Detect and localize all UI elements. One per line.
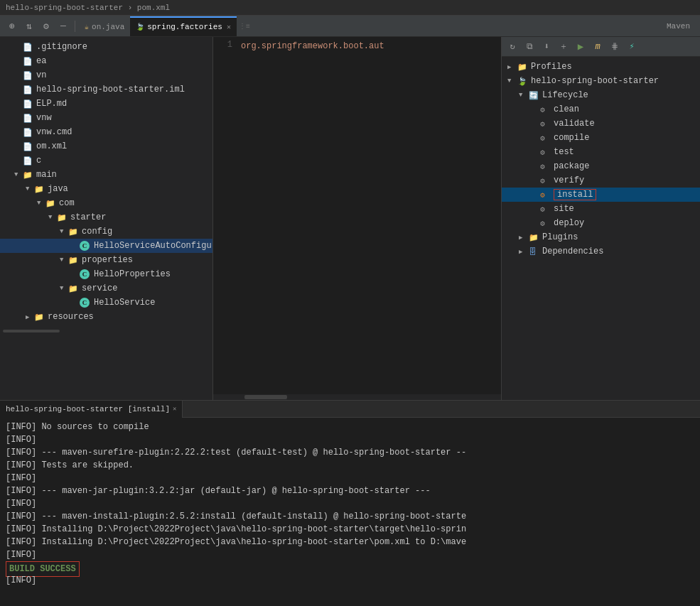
arrow-plugins: ▶ (519, 234, 529, 242)
maven-btn-refresh[interactable]: ↻ (505, 39, 520, 55)
horizontal-scrollbar[interactable] (3, 330, 60, 332)
maven-item-validate[interactable]: ⚙ validate (502, 117, 700, 131)
label-c: c (36, 156, 41, 166)
icon-properties: 📁 (68, 256, 80, 265)
maven-item-install[interactable]: ⚙ install (502, 188, 700, 202)
tree-item-vnwcmd[interactable]: 📄 vnw.cmd (0, 125, 212, 139)
tab-close-spring-factories[interactable]: ✕ (227, 23, 231, 31)
tree-item-iml[interactable]: 📄 hello-spring-boot-starter.iml (0, 82, 212, 97)
editor-area: 1 org.springframework.boot.aut (213, 37, 501, 400)
toolbar-btn-browser[interactable]: ⊕ (4, 18, 20, 34)
label-starter: starter (70, 212, 106, 222)
editor-hscrollbar-thumb[interactable] (244, 395, 287, 399)
term-line-8: [INFO] --- maven-install-plugin:2.5.2:in… (6, 510, 694, 523)
icon-deploy: ⚙ (540, 219, 551, 228)
icon-maven-project: 🍃 (517, 77, 529, 86)
label-hello-service: HelloService (94, 298, 155, 308)
terminal-tab-install[interactable]: hello-spring-boot-starter [install] ✕ (0, 401, 183, 418)
toolbar: ⊕ ⇅ ⚙ — ☕ on.java 🍃 spring.factories ✕ ⋮… (0, 16, 700, 37)
maven-item-lifecycle[interactable]: ▼ 🔄 Lifecycle (502, 88, 700, 102)
tab-label-spring-factories: spring.factories (147, 23, 222, 31)
label-properties: properties (82, 255, 133, 265)
maven-item-clean[interactable]: ⚙ clean (502, 102, 700, 117)
icon-site: ⚙ (540, 205, 551, 214)
build-success-text: BUILD SUCCESS (9, 564, 76, 574)
label-vn: vn (36, 70, 46, 80)
maven-btn-lightning[interactable]: ⚡ (624, 39, 640, 55)
icon-service: 📁 (68, 284, 80, 293)
maven-item-verify[interactable]: ⚙ verify (502, 173, 700, 188)
tree-item-ea[interactable]: 📄 ea (0, 54, 212, 68)
tab-spring-factories[interactable]: 🍃 spring.factories ✕ (130, 16, 237, 36)
label-dependencies: Dependencies (542, 247, 603, 256)
tree-item-starter[interactable]: ▼ 📁 starter (0, 210, 212, 224)
term-line-12: BUILD SUCCESS (6, 561, 694, 574)
label-install: install (554, 189, 596, 200)
toolbar-btn-arrows[interactable]: ⇅ (21, 18, 37, 34)
maven-item-package[interactable]: ⚙ package (502, 159, 700, 173)
arrow-starter: ▼ (48, 214, 57, 221)
code-text-1: org.springframework.boot.aut (241, 41, 384, 51)
tree-item-hello-properties[interactable]: C HelloProperties (0, 267, 212, 281)
maven-item-site[interactable]: ⚙ site (502, 202, 700, 216)
label-config: config (82, 227, 112, 237)
maven-item-plugins[interactable]: ▶ 📁 Plugins (502, 230, 700, 244)
terminal-tab-close[interactable]: ✕ (173, 405, 176, 413)
maven-btn-m[interactable]: m (590, 39, 605, 55)
tree-item-hello-service[interactable]: C HelloService (0, 296, 212, 310)
tree-item-gitignore[interactable]: 📄 .gitignore (0, 40, 212, 54)
tree-item-resources[interactable]: ▶ 📁 resources (0, 310, 212, 324)
term-line-10: [INFO] Installing D:\Project\2022Project… (6, 536, 694, 548)
tab-on-java[interactable]: ☕ on.java (79, 16, 130, 36)
maven-item-compile[interactable]: ⚙ compile (502, 131, 700, 145)
arrow-lifecycle: ▼ (519, 92, 529, 99)
maven-toolbar: ↻ ⧉ ⬇ ＋ ▶ m ⋕ ⚡ (502, 37, 700, 57)
line-number-1: 1 (213, 40, 232, 50)
tree-item-hello-service-auto[interactable]: C HelloServiceAutoConfigura (0, 239, 212, 253)
tree-item-com[interactable]: ▼ 📁 com (0, 196, 212, 210)
icon-vn: 📄 (23, 71, 34, 80)
maven-btn-add[interactable]: ＋ (556, 39, 571, 55)
arrow-resources: ▶ (26, 313, 34, 321)
editor-hscrollbar[interactable] (213, 394, 501, 400)
toolbar-btn-more-tabs[interactable]: ⋮≡ (237, 18, 252, 34)
maven-item-test[interactable]: ⚙ test (502, 145, 700, 159)
term-line-13: [INFO] (6, 574, 694, 587)
maven-item-profiles[interactable]: ▶ 📁 Profiles (502, 60, 700, 74)
title-bar: hello-spring-boot-starter › pom.xml (0, 0, 700, 16)
tree-item-pomxml[interactable]: 📄 om.xml (0, 139, 212, 153)
maven-btn-copy[interactable]: ⧉ (522, 39, 537, 55)
arrow-project: ▼ (507, 77, 517, 85)
maven-panel: ↻ ⧉ ⬇ ＋ ▶ m ⋕ ⚡ ▶ 📁 Profiles ▼ 🍃 hello-s… (501, 37, 700, 400)
toolbar-separator (75, 21, 75, 32)
icon-hello-properties: C (80, 269, 90, 279)
tree-item-main[interactable]: ▼ 📁 main (0, 168, 212, 182)
tree-item-vn[interactable]: 📄 vn (0, 68, 212, 82)
tree-item-service[interactable]: ▼ 📁 service (0, 281, 212, 296)
tree-item-vnw[interactable]: 📄 vnw (0, 111, 212, 125)
icon-c: 📄 (23, 156, 34, 166)
tree-item-properties[interactable]: ▼ 📁 properties (0, 253, 212, 267)
label-profiles: Profiles (531, 62, 572, 72)
tree-item-c[interactable]: 📄 c (0, 153, 212, 168)
label-service: service (82, 283, 117, 293)
code-content[interactable]: org.springframework.boot.aut (238, 40, 501, 391)
editor-content: 1 org.springframework.boot.aut (213, 37, 501, 394)
icon-vnwcmd: 📄 (23, 128, 34, 137)
toolbar-btn-settings[interactable]: ⚙ (38, 18, 54, 34)
maven-btn-hash[interactable]: ⋕ (607, 39, 623, 55)
icon-install: ⚙ (540, 190, 551, 200)
icon-hello-service: C (80, 298, 90, 308)
maven-item-deploy[interactable]: ⚙ deploy (502, 216, 700, 230)
tree-item-config[interactable]: ▼ 📁 config (0, 224, 212, 239)
terminal-content[interactable]: [INFO] No sources to compile [INFO] [INF… (0, 418, 700, 606)
tree-item-java[interactable]: ▼ 📁 java (0, 182, 212, 196)
maven-btn-download[interactable]: ⬇ (539, 39, 554, 55)
icon-iml: 📄 (23, 85, 34, 94)
toolbar-btn-minus[interactable]: — (55, 18, 71, 34)
maven-item-project[interactable]: ▼ 🍃 hello-spring-boot-starter (502, 74, 700, 88)
icon-starter: 📁 (57, 213, 68, 222)
maven-item-dependencies[interactable]: ▶ 🗄 Dependencies (502, 244, 700, 259)
tree-item-elp[interactable]: 📄 ELP.md (0, 97, 212, 111)
maven-btn-run[interactable]: ▶ (573, 39, 588, 55)
